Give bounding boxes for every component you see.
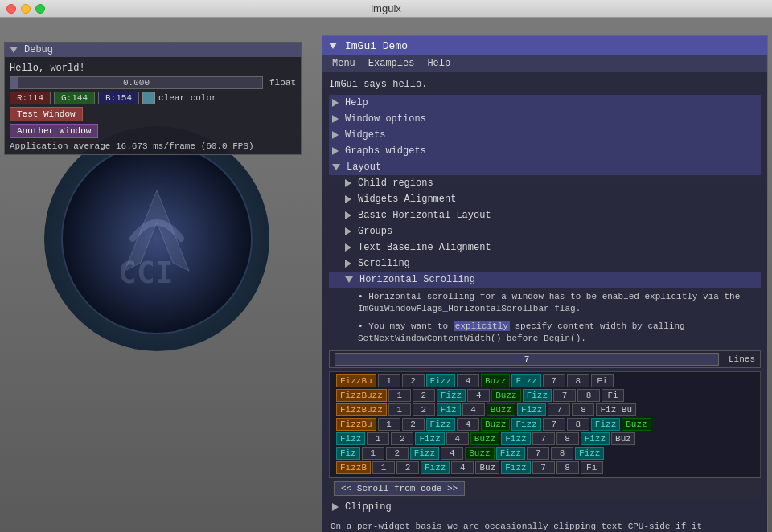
minimize-button[interactable] [21,4,31,14]
layout-arrow-icon [332,164,340,170]
fizz-cell: 8 [556,432,579,445]
logo-circle: CCI [44,126,269,351]
menu-item-help[interactable]: Help [421,57,457,70]
fizz-row-7: FizzB 1 2 Fizz 4 Buz Fizz 7 8 Fi [333,460,761,475]
fizz-cell: Fiz [437,403,461,416]
float-slider[interactable]: 0.000 [10,76,263,89]
fizz-cell: 8 [572,403,594,416]
color-b-value[interactable]: B:154 [98,92,139,104]
fizz-cell: 7 [532,461,555,474]
app-title: imguix [371,2,401,14]
color-row: R:114 G:144 B:154 clear color [10,92,296,104]
fizz-cell: Fizz [517,403,546,416]
tree-item-help[interactable]: Help [329,95,761,111]
fizz-cell: Fizz [421,461,450,474]
color-g-value[interactable]: G:144 [54,92,95,104]
tree-item-scrolling[interactable]: Scrolling [329,256,761,272]
tree-item-widgets[interactable]: Widgets [329,127,761,143]
tree-item-widgets-align[interactable]: Widgets Alignment [329,191,761,207]
tree-item-child-regions[interactable]: Child regions [329,175,761,191]
imgui-menubar: Menu Examples Help [322,55,767,72]
clipping-description: On a per-widget basis we are occasionall… [329,520,761,532]
fizz-cell: 1 [378,374,400,387]
scroll-from-code-button[interactable]: << Scroll from code >> [334,481,465,496]
fizz-cell: FizzB [336,461,371,474]
fizz-cell: Buzz [481,418,510,431]
fizz-cell: Fizz [511,374,540,387]
fizz-cell: Fizz [426,374,455,387]
fizz-cell: Fi [602,389,624,402]
maximize-button[interactable] [35,4,45,14]
child-regions-arrow-icon [345,179,351,187]
fizz-cell: Fizz [437,389,466,402]
background-area: CCI Debug Hello, world! 0.000 float R:11… [0,18,772,532]
fizz-cell: 2 [386,447,409,460]
fizz-cell: 1 [388,403,411,416]
tree-item-layout[interactable]: Layout [329,159,761,175]
tree-label-groups: Groups [358,226,392,237]
fizz-cell: Fizz [575,447,604,460]
fizz-cell: 2 [396,461,419,474]
fizz-cell: Buzz [622,418,651,431]
tree-item-graphs[interactable]: Graphs widgets [329,143,761,159]
lines-slider[interactable]: 7 [335,353,719,366]
test-window-button[interactable]: Test Window [10,107,83,121]
tree-item-clipping[interactable]: Clipping [329,499,761,515]
fizz-cell: 4 [441,447,463,460]
fizz-cell: Fizz [496,447,525,460]
fizz-cell: Buzz [465,447,494,460]
window-options-arrow-icon [332,115,339,123]
fizz-row-3: FizzBuzz 1 2 Fiz 4 Buzz Fizz 7 8 Fiz Bu [333,403,761,417]
fizz-cell: Fizz [415,432,444,445]
fizz-cell: 4 [462,403,485,416]
fizz-cell: Fizz [501,461,530,474]
tree-item-window-options[interactable]: Window options [329,111,761,127]
close-button[interactable] [6,4,16,14]
tree-item-text-baseline[interactable]: Text Baseline Alignment [329,239,761,256]
fizz-cell: Buzz [487,403,515,416]
debug-title: Debug [24,44,53,55]
fizz-cell: 4 [467,389,490,402]
fps-display: Application average 16.673 ms/frame (60.… [10,141,296,151]
widgets-arrow-icon [332,131,339,139]
color-swatch[interactable] [142,92,155,104]
groups-arrow-icon [345,227,351,235]
clear-color-label: clear color [158,93,217,103]
tree-label-widgets: Widgets [345,129,385,141]
greeting-text: Hello, world! [10,63,85,74]
fizz-cell: FizzBu [336,418,376,431]
horiz-scroll-note-1: Horizontal scrolling for a window has to… [329,289,761,317]
debug-expand-icon[interactable] [10,47,18,53]
fizz-cell: 8 [567,418,589,431]
lines-value: 7 [524,354,530,364]
tree-item-groups[interactable]: Groups [329,223,761,239]
horiz-scroll-note-2: • You may want to explicitly specify con… [329,319,761,347]
horiz-scroll-arrow-icon [345,276,353,283]
another-window-button[interactable]: Another Window [10,124,98,138]
fizz-cell: 2 [391,432,413,445]
fizz-cell: Fi [581,461,603,474]
window-controls [6,4,45,14]
horiz-scroll-area[interactable]: FizzBu 1 2 Fizz 4 Buzz Fizz 7 8 Fi FizzB… [329,371,761,477]
tree-label-basic-horiz: Basic Horizontal Layout [358,210,491,221]
tree-item-horiz-scroll[interactable]: Horizontal Scrolling [329,272,761,288]
imgui-titlebar: ImGui Demo [322,36,767,55]
bullet-icon-2: • [358,321,368,331]
color-r-value[interactable]: R:114 [10,92,51,104]
tree-label-scrolling: Scrolling [358,258,410,269]
imgui-window-title: ImGui Demo [345,40,408,52]
help-arrow-icon [332,99,339,107]
text-baseline-arrow-icon [345,243,351,252]
fizz-cell: 1 [362,447,384,460]
fizz-cell: Fizz [581,432,610,445]
note-1-text: Horizontal scrolling for a window has to… [358,292,740,313]
tree-label-help: Help [345,97,368,108]
fizz-cell: Fizz [591,418,620,431]
fizz-cell: 4 [446,432,469,445]
fizz-cell: Fizz [426,418,455,431]
menu-item-examples[interactable]: Examples [362,57,421,70]
tree-item-basic-horiz[interactable]: Basic Horizontal Layout [329,207,761,223]
imgui-body[interactable]: ImGui says hello. Help Window options Wi… [322,72,767,532]
fizz-cell: 2 [413,403,435,416]
menu-item-menu[interactable]: Menu [326,57,362,70]
